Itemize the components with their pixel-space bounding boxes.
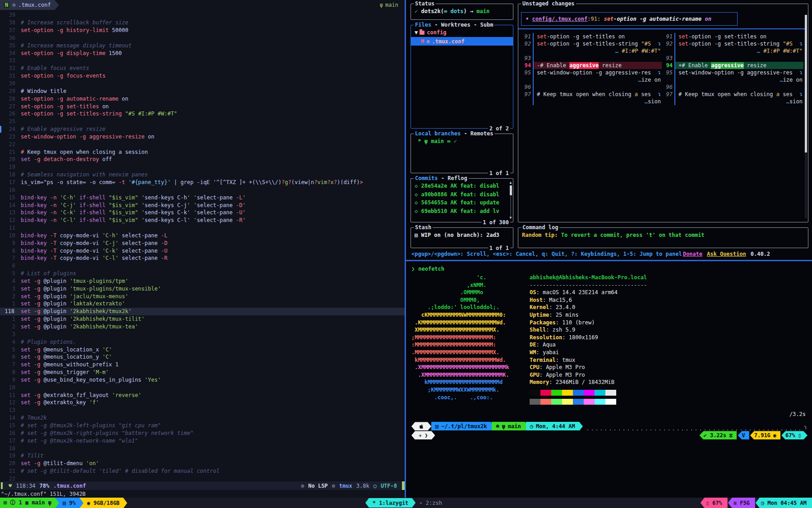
code-line[interactable]: 9set -g @use_bind_key_notes_in_plugins '…	[0, 376, 405, 384]
code-line[interactable]: 7set -g @menus_without_prefix 1	[0, 361, 405, 369]
tmux-window-active[interactable]: * 1:lazygit	[365, 498, 415, 508]
code-line[interactable]: 35# Increase message display timeout	[0, 42, 405, 49]
code-line[interactable]: 15# set -g @tmux2k-left-plugins "git cpu…	[0, 422, 405, 429]
code-line[interactable]: 23set-window-option -g aggressive-resize…	[0, 133, 405, 141]
lazygit-commits-panel[interactable]: Commits - Reflog ◇ 28e54a2e AK feat: dis…	[411, 178, 513, 222]
code-line[interactable]: 21# set -g @tilit-default 'tiled' # disa…	[0, 467, 405, 475]
shell-prompt-line2[interactable]: ✈❯ ✔ 3.22s⧖ V 7.91G◉ 67%▯	[411, 431, 807, 440]
neovim-pane[interactable]: N ⚙ .tmux.conf ψ main 3938# Increase scr…	[0, 0, 405, 498]
code-line[interactable]: 18	[0, 444, 405, 452]
code-line[interactable]: 3	[0, 330, 405, 338]
diff-line[interactable]: 95set-window-option -g aggressive-res↴95…	[520, 69, 803, 76]
code-line[interactable]: 6	[0, 262, 405, 270]
donate-link[interactable]: Donate	[683, 251, 702, 257]
code-line[interactable]: 8bind-key -T copy-mode-vi 'C-k' select-p…	[0, 247, 405, 254]
diff-line[interactable]: 97# Keep tmux open when closing a ses↴97…	[520, 91, 803, 98]
code-line[interactable]: 10	[0, 383, 405, 391]
code-line[interactable]: 2set -g @plugin '2kabhishek/tmux-tea'	[0, 323, 405, 331]
code-line[interactable]: 13	[0, 406, 405, 414]
code-line[interactable]: 118set -g @plugin '2kabhishek/tmux2k'	[0, 308, 405, 315]
code-line[interactable]: 17# set -g @tmux2k-network-name "wlo1"	[0, 437, 405, 444]
commit-row[interactable]: ◇ 28e54a2e AK feat: disabl	[415, 182, 510, 190]
ask-question-link[interactable]: Ask Question	[707, 251, 746, 257]
code-line[interactable]: 17is_vim="ps -o state= -o comm= -t '#{pa…	[0, 179, 405, 186]
code-line[interactable]: 24# Enable aggressive resize	[0, 125, 405, 133]
code-line[interactable]: 27set-option -g set-titles on	[0, 102, 405, 110]
code-line[interactable]: 11set -g @extrakto_fzf_layout 'reverse'	[0, 391, 405, 399]
folder-row[interactable]: ▼ config	[415, 28, 510, 37]
diff-line[interactable]: 9696	[520, 83, 803, 91]
code-line[interactable]: 11	[0, 224, 405, 232]
code-line[interactable]: 9bind-key -T copy-mode-vi 'C-j' select-p…	[0, 239, 405, 247]
diff-line[interactable]: 91set-option -g set-titles on91set-optio…	[520, 33, 803, 40]
code-line[interactable]: 18# Seamless navigation with neovim pane…	[0, 171, 405, 179]
code-line[interactable]: 29# Window title	[0, 87, 405, 95]
code-line[interactable]: 16	[0, 186, 405, 194]
code-line[interactable]: 19# Tilit	[0, 452, 405, 460]
tmux-window-other[interactable]: - 2:zsh	[419, 500, 442, 506]
code-line[interactable]: 38# Increase scrollback buffer size	[0, 19, 405, 27]
expander-icon[interactable]: ▼	[415, 29, 418, 36]
code-line[interactable]: 28set-option -g automatic-rename on	[0, 95, 405, 102]
code-line[interactable]: 39	[0, 11, 405, 19]
code-line[interactable]: 33	[0, 57, 405, 65]
vim-buffer-tab[interactable]: N ⚙ .tmux.conf	[0, 0, 55, 10]
code-line[interactable]: 4set -g @plugin 'tmux-plugins/tpm'	[0, 277, 405, 285]
commit-row[interactable]: ◇ a90b0886 AK feat: disabl	[415, 190, 510, 199]
code-line[interactable]: 13bind-key -n 'C-k' if-shell "$is_vim" '…	[0, 209, 405, 217]
code-line[interactable]: 6set -g @menus_location_y 'C'	[0, 353, 405, 361]
lazygit-files-panel[interactable]: Files - Worktrees - Subm ▼ config M ⚙ .t…	[411, 25, 513, 129]
code-line[interactable]: 14bind-key -n 'C-j' if-shell "$is_vim" '…	[0, 201, 405, 209]
code-line[interactable]: 22	[0, 475, 405, 481]
code-line[interactable]: 34set-option -g display-time 1500	[0, 49, 405, 57]
stash-row[interactable]: ▤ WIP on (no branch): 2ad3	[415, 231, 510, 239]
diff-line[interactable]: … #I:#P #W:#T"… #I:#P #W:#T"	[520, 47, 803, 55]
code-line[interactable]: 8set -g @menus_trigger 'M-m'	[0, 369, 405, 376]
code-line[interactable]: 37set-option -g history-limit 50000	[0, 27, 405, 34]
code-line[interactable]: 12bind-key -n 'C-l' if-shell "$is_vim" '…	[0, 217, 405, 224]
code-line[interactable]: 5# List of plugins	[0, 270, 405, 277]
code-line[interactable]: 36	[0, 34, 405, 42]
code-line[interactable]: 20set -g @tilit-dmenu 'on'	[0, 460, 405, 467]
commit-row[interactable]: ◇ 69ebb510 AK feat: add lv	[415, 207, 510, 216]
code-line[interactable]: 14# Tmux2k	[0, 414, 405, 422]
selected-file-row[interactable]: M ⚙ .tmux.conf	[411, 37, 513, 46]
diff-view[interactable]: 91set-option -g set-titles on91set-optio…	[520, 33, 803, 105]
code-line[interactable]: 19	[0, 163, 405, 171]
code-line[interactable]: 31set-option -g focus-events	[0, 72, 405, 80]
code-line[interactable]: 25	[0, 118, 405, 125]
commits-scrollbar[interactable]: ▲ ▼	[509, 181, 512, 220]
lazygit-stash-panel[interactable]: Stash ▤ WIP on (no branch): 2ad3 1 of 1	[411, 227, 513, 248]
code-line[interactable]: 21# Keep tmux open when closing a sessio…	[0, 148, 405, 156]
code-line[interactable]: 2set -g @plugin 'jaclu/tmux-menus'	[0, 292, 405, 300]
code-line[interactable]: 7bind-key -T copy-mode-vi 'C-l' select-p…	[0, 254, 405, 262]
code-line[interactable]: 20set -g detach-on-destroy off	[0, 156, 405, 163]
diff-scrollbar[interactable]	[805, 15, 807, 218]
scrollbar-thumb[interactable]	[510, 185, 512, 195]
lazygit-branches-panel[interactable]: Local branches - Remotes * ψ main ∞ ✓ 1 …	[411, 134, 513, 173]
code-line[interactable]: 22	[0, 140, 405, 148]
code-line[interactable]: 12set -g @extrakto_key 'f'	[0, 399, 405, 406]
lazygit-status-panel[interactable]: Status ✓ dots2k( ∞ dots ) → main	[411, 4, 513, 20]
code-line[interactable]: 10bind-key -T copy-mode-vi 'C-h' select-…	[0, 231, 405, 239]
code-line[interactable]: 16# set -g @tmux2k-right-plugins "batter…	[0, 429, 405, 437]
diff-scrollbar-thumb[interactable]	[805, 15, 807, 152]
lazygit-unstaged-panel[interactable]: Unstaged changes • config/.tmux.conf:91:…	[518, 4, 808, 222]
diff-file-header[interactable]: • config/.tmux.conf:91: set-option -g au…	[521, 12, 738, 26]
diff-line[interactable]: …ize on…ize on	[520, 76, 803, 83]
diff-line[interactable]: …sion…sion	[520, 98, 803, 105]
zsh-terminal-pane[interactable]: ❯ neofetch 'c. ,xNMM. .OMMMMo OMMM0, .;l…	[406, 261, 812, 498]
code-line[interactable]: 15bind-key -n 'C-h' if-shell "$is_vim" '…	[0, 194, 405, 201]
code-line[interactable]: 5set -g @menus_location_x 'C'	[0, 346, 405, 353]
code-line[interactable]: 4# Plugin options.	[0, 338, 405, 346]
code-line[interactable]: 1set -g @plugin 'laktak/extrakto'	[0, 300, 405, 308]
diff-line[interactable]: 92set-option -g set-titles-string "#S↴92…	[520, 40, 803, 47]
diff-line[interactable]: 94-# Enable aggresive resize94+# Enable …	[520, 62, 803, 69]
scroll-up-arrow[interactable]: ▲	[510, 181, 512, 185]
commit-row[interactable]: ◇ 5654655a AK feat: update	[415, 199, 510, 207]
code-line[interactable]: 3set -g @plugin 'tmux-plugins/tmux-sensi…	[0, 285, 405, 292]
diff-line[interactable]: 9393	[520, 55, 803, 62]
branch-row[interactable]: * ψ main ∞ ✓	[415, 137, 510, 145]
vim-code-area[interactable]: 3938# Increase scrollback buffer size37s…	[0, 10, 405, 481]
code-line[interactable]: 32# Enable focus events	[0, 65, 405, 72]
